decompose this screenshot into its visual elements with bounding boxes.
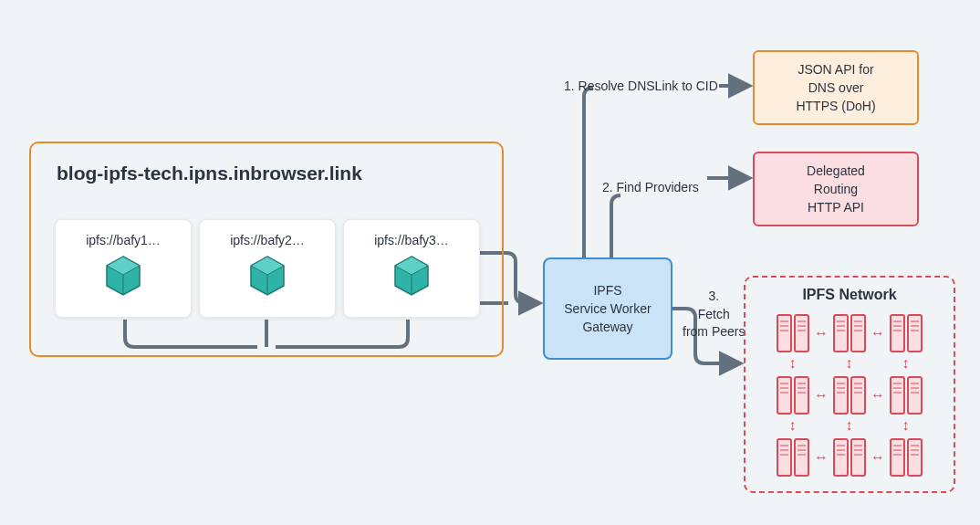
svg-rect-73 [891, 439, 904, 476]
step-2-label: 2. Find Providers [602, 179, 699, 197]
bidir-arrow-icon: ↔ [811, 387, 831, 404]
delegated-routing-box: Delegated Routing HTTP API [753, 152, 919, 226]
step-3-line: 3. [683, 288, 745, 306]
ipfs-resource-label: ipfs://bafy1… [56, 233, 191, 247]
bidir-arrow-icon: ↔ [785, 346, 801, 383]
ipfs-resource-card: ipfs://bafy2… [199, 219, 336, 318]
ipfs-resource-label: ipfs://bafy2… [200, 233, 335, 247]
svg-rect-65 [834, 439, 848, 476]
bidir-arrow-icon: ↔ [898, 408, 914, 445]
ipfs-network-grid: ↔ ↔ ↔ ↔ ↔ ↔ ↔ ↔ ↔ ↔ ↔ ↔ [755, 312, 944, 478]
bidir-arrow-icon: ↔ [785, 408, 801, 445]
bidir-arrow-icon: ↔ [868, 449, 888, 466]
ipfs-gateway-box: IPFS Service Worker Gateway [543, 257, 672, 360]
gateway-label-line: IPFS [564, 281, 651, 299]
step-3-line: from Peers [683, 323, 745, 341]
doh-line: DNS over [796, 79, 875, 97]
ipfs-resource-label: ipfs://bafy3… [344, 233, 479, 247]
routing-line: HTTP API [807, 198, 865, 216]
bidir-arrow-icon: ↔ [841, 346, 858, 383]
routing-line: Delegated [807, 162, 865, 180]
ipfs-network-box: IPFS Network ↔ ↔ ↔ ↔ ↔ ↔ ↔ ↔ ↔ ↔ ↔ ↔ [744, 276, 955, 493]
bidir-arrow-icon: ↔ [841, 408, 858, 445]
svg-rect-57 [777, 439, 791, 476]
ipfs-network-title: IPFS Network [755, 287, 944, 303]
routing-line: Routing [807, 180, 865, 198]
browser-origin-title: blog-ipfs-tech.ipns.inbrowser.link [57, 163, 362, 184]
doh-json-api-box: JSON API for DNS over HTTPS (DoH) [753, 50, 919, 125]
bidir-arrow-icon: ↔ [811, 325, 831, 341]
doh-line: HTTPS (DoH) [796, 97, 875, 115]
gateway-label-line: Gateway [564, 318, 651, 336]
svg-rect-74 [908, 439, 922, 476]
bidir-arrow-icon: ↔ [868, 387, 888, 404]
step-3-label: 3. Fetch from Peers [683, 288, 745, 341]
svg-rect-66 [851, 439, 865, 476]
step-3-line: Fetch [683, 306, 745, 324]
ipfs-resource-card: ipfs://bafy3… [343, 219, 480, 318]
bidir-arrow-icon: ↔ [811, 449, 831, 466]
cube-icon [249, 255, 286, 297]
gateway-label-line: Service Worker [564, 299, 651, 318]
doh-line: JSON API for [796, 60, 875, 79]
svg-rect-58 [795, 439, 808, 476]
cube-icon [393, 255, 430, 297]
cube-icon [105, 255, 141, 297]
step-1-label: 1. Resolve DNSLink to CID [564, 78, 718, 96]
bidir-arrow-icon: ↔ [868, 325, 888, 341]
ipfs-resource-card: ipfs://bafy1… [55, 219, 192, 318]
bidir-arrow-icon: ↔ [898, 346, 914, 383]
